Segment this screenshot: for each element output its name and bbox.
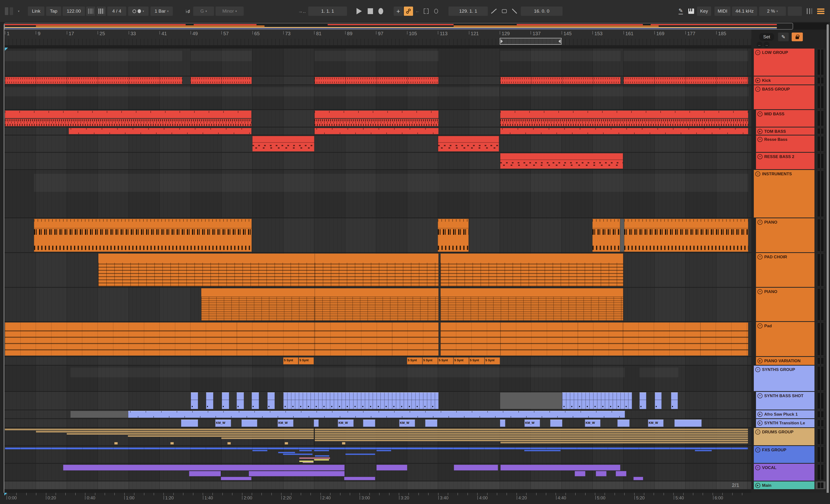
arrangement-clip[interactable] bbox=[616, 471, 627, 476]
arrangement-clip[interactable] bbox=[285, 442, 288, 444]
track-lane-low-group[interactable] bbox=[4, 49, 752, 76]
record-button[interactable] bbox=[376, 6, 386, 16]
play-icon[interactable]: ▶ bbox=[758, 420, 763, 426]
arrangement-clip[interactable] bbox=[98, 253, 315, 286]
track-lane-kick[interactable] bbox=[4, 76, 752, 85]
arrangement-clip[interactable] bbox=[500, 111, 748, 118]
arrangement-clip[interactable] bbox=[227, 442, 231, 444]
track-header-low-group[interactable]: ≡LOW GROUP bbox=[754, 49, 815, 76]
arrangement-clip[interactable] bbox=[128, 435, 748, 437]
arrangement-clip[interactable] bbox=[128, 411, 625, 418]
key-root-selector[interactable]: G▾ bbox=[193, 6, 214, 16]
arrangement-clip[interactable] bbox=[363, 419, 375, 427]
chevron-down-icon[interactable]: ▾ bbox=[16, 6, 21, 16]
arrangement-clip[interactable] bbox=[206, 392, 213, 409]
play-button[interactable] bbox=[354, 6, 364, 16]
arrangement-grid[interactable]: 5 Synt5 Synt5 Synt5 Synt5 Synt5 Synt5 Sy… bbox=[4, 45, 752, 493]
play-icon[interactable]: ▶ bbox=[755, 483, 760, 488]
draw-mode-button[interactable]: + bbox=[394, 6, 403, 16]
track-header-vocal[interactable]: ≡VOCAL bbox=[754, 464, 815, 481]
play-icon[interactable]: ▶ bbox=[758, 412, 763, 417]
arrangement-clip[interactable] bbox=[242, 419, 257, 427]
loop-region-icon[interactable] bbox=[500, 6, 509, 16]
groove-selector[interactable]: ▾ bbox=[128, 6, 149, 16]
track-header-piano-variation[interactable]: ▶PIANO VARIATION bbox=[756, 357, 815, 365]
track-lane-tom-bass[interactable] bbox=[4, 127, 752, 135]
track-header-mid-bass[interactable]: ▼MID BASS bbox=[756, 110, 815, 127]
track-lane-piano[interactable] bbox=[4, 218, 752, 252]
tempo-field[interactable]: 122.00 bbox=[63, 6, 85, 16]
arrangement-clip[interactable]: KM_W bbox=[278, 419, 293, 427]
fold-icon[interactable]: ▼ bbox=[758, 323, 763, 328]
play-icon[interactable]: ▶ bbox=[758, 129, 763, 134]
arrangement-clip[interactable] bbox=[623, 322, 748, 356]
arrangement-clip[interactable] bbox=[252, 392, 259, 409]
track-lane-synth-transition-le[interactable]: KM_WKM_WKM_WKM_WKM_WKM_WKM_W bbox=[4, 419, 752, 427]
track-lane-fxs-group[interactable] bbox=[4, 446, 752, 463]
track-lane-synths-group[interactable] bbox=[4, 366, 752, 391]
arrangement-clip[interactable] bbox=[500, 153, 623, 169]
arrangement-clip[interactable] bbox=[438, 136, 499, 152]
arrangement-clip[interactable] bbox=[438, 219, 469, 252]
arrangement-clip[interactable] bbox=[315, 128, 439, 134]
cpu-meter[interactable]: 2 %▾ bbox=[759, 6, 786, 16]
group-icon[interactable]: ≡ bbox=[755, 430, 760, 435]
track-lane-mid-bass[interactable] bbox=[4, 110, 752, 127]
arrangement-clip[interactable] bbox=[501, 442, 748, 443]
arrangement-clip[interactable] bbox=[524, 450, 561, 451]
track-lane-instruments[interactable] bbox=[4, 170, 752, 218]
arrangement-clip[interactable] bbox=[441, 322, 501, 356]
arrangement-clip[interactable] bbox=[70, 411, 128, 418]
arrangement-clip[interactable] bbox=[36, 431, 748, 432]
arrangement-clip[interactable] bbox=[5, 447, 748, 449]
arrangement-clip[interactable]: 5 Synt bbox=[299, 357, 314, 365]
fold-icon[interactable]: ▼ bbox=[758, 289, 763, 294]
arrangement-overview[interactable] bbox=[4, 23, 828, 30]
track-header-pad[interactable]: ▼Pad bbox=[756, 322, 815, 356]
follow-playhead-icon[interactable]: →‥ bbox=[296, 6, 307, 16]
fold-icon[interactable]: ▼ bbox=[758, 393, 763, 399]
arrangement-clip[interactable] bbox=[376, 465, 407, 471]
track-header-synth-transition-le[interactable]: ▶SYNTH Transition Le bbox=[756, 419, 815, 427]
loop-length-field[interactable]: 16. 0. 0 bbox=[521, 6, 563, 16]
track-header-resse-bass-2[interactable]: ▼RESSE BASS 2 bbox=[756, 153, 815, 169]
track-header-synth-bass-shot[interactable]: ▼SYNTH BASS SHOT bbox=[756, 392, 815, 410]
arrangement-clip[interactable]: KM_W bbox=[338, 419, 354, 427]
track-lane-resse-bass-2[interactable] bbox=[4, 153, 752, 169]
arrangement-clip[interactable] bbox=[655, 392, 662, 409]
arrangement-clip[interactable] bbox=[5, 77, 182, 84]
arrangement-clip[interactable] bbox=[376, 450, 391, 451]
track-lane-pad-choir[interactable] bbox=[4, 253, 752, 287]
track-lane-synth-bass-shot[interactable] bbox=[4, 392, 752, 410]
arrangement-clip[interactable] bbox=[283, 453, 313, 455]
track-lane-piano-variation[interactable]: 5 Synt5 Synt5 Synt5 Synt5 Synt5 Synt5 Sy… bbox=[4, 357, 752, 365]
arrangement-clip[interactable] bbox=[5, 322, 315, 356]
arrangement-clip[interactable] bbox=[315, 322, 439, 356]
arrangement-clip[interactable] bbox=[314, 450, 329, 451]
key-map-button[interactable]: Key bbox=[697, 6, 711, 16]
arrangement-clip[interactable] bbox=[500, 119, 748, 126]
arrangement-clip[interactable] bbox=[624, 219, 748, 252]
re-enable-automation-icon[interactable]: ← bbox=[414, 6, 421, 16]
arrangement-clip[interactable] bbox=[596, 471, 606, 476]
quantize-selector[interactable]: 1 Bar▾ bbox=[151, 6, 173, 16]
arrangement-clip[interactable] bbox=[69, 128, 251, 134]
arrangement-clip[interactable]: KM_W bbox=[648, 419, 664, 427]
arrangement-clip[interactable]: KM_W bbox=[585, 419, 600, 427]
arrangement-clip[interactable]: 5 Synt bbox=[454, 357, 469, 365]
arrangement-clip[interactable] bbox=[501, 465, 620, 471]
group-icon[interactable]: ≡ bbox=[755, 87, 760, 92]
track-lane-afro-saw-pluck-1[interactable] bbox=[4, 410, 752, 418]
arrangement-clip[interactable] bbox=[189, 471, 221, 476]
arrangement-clip[interactable] bbox=[191, 392, 198, 409]
arrangement-clip[interactable] bbox=[633, 477, 643, 480]
arrangement-clip[interactable] bbox=[222, 392, 229, 409]
arrangement-clip[interactable] bbox=[441, 253, 623, 286]
fold-icon[interactable]: ▼ bbox=[758, 137, 763, 142]
loop-brace[interactable] bbox=[500, 38, 562, 45]
arrangement-clip[interactable] bbox=[344, 477, 375, 480]
arrangement-clip[interactable] bbox=[562, 392, 632, 409]
arrangement-clip[interactable] bbox=[67, 433, 748, 435]
fold-icon[interactable]: ▼ bbox=[758, 154, 763, 159]
arrangement-clip[interactable]: KM_W bbox=[399, 419, 415, 427]
